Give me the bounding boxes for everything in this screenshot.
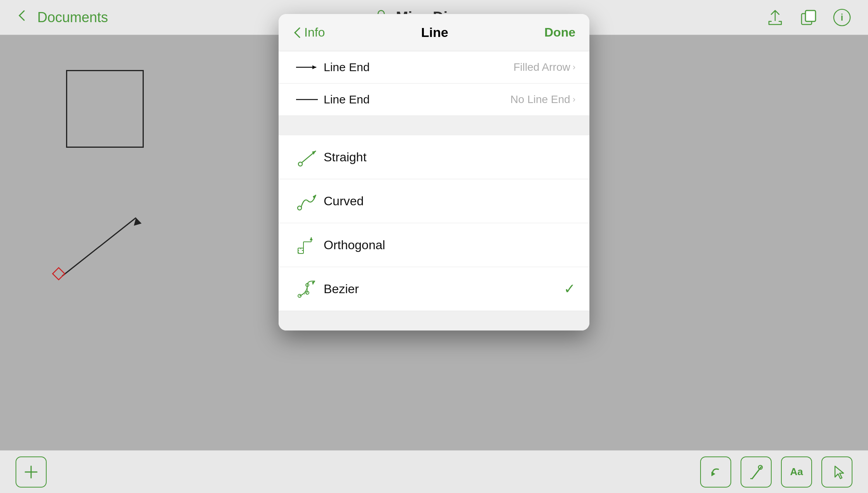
curved-icon — [293, 189, 324, 213]
line-end-none-value: No Line End › — [511, 93, 575, 106]
straight-row[interactable]: Straight — [279, 135, 589, 179]
curved-row[interactable]: Curved — [279, 179, 589, 223]
modal-panel: Info Line Done Line End Filled Arrow › L… — [279, 14, 589, 330]
bezier-icon — [293, 277, 324, 301]
undo-button[interactable] — [700, 456, 731, 488]
pointer-button[interactable] — [821, 456, 852, 488]
info-button[interactable]: i — [831, 7, 852, 28]
orthogonal-icon — [293, 233, 324, 257]
pen-button[interactable] — [741, 456, 772, 488]
svg-rect-8 — [52, 267, 64, 280]
modal-back-button[interactable]: Info — [293, 25, 325, 40]
svg-marker-11 — [711, 472, 715, 476]
plain-line-icon — [293, 94, 324, 105]
bottom-toolbar: Aa — [0, 450, 868, 493]
chevron-right-icon-2: › — [573, 94, 575, 105]
bezier-label: Bezier — [324, 282, 564, 296]
line-end-arrow-value: Filled Arrow › — [513, 61, 575, 73]
add-button[interactable] — [16, 456, 47, 488]
line-end-arrow-label: Line End — [324, 61, 513, 74]
share-button[interactable] — [765, 7, 786, 28]
chevron-right-icon: › — [573, 62, 575, 72]
section-divider — [279, 116, 589, 135]
modal-header: Info Line Done — [279, 14, 589, 51]
bezier-row[interactable]: Bezier ✓ — [279, 267, 589, 311]
line-end-none-label: Line End — [324, 93, 511, 106]
orthogonal-row[interactable]: Orthogonal — [279, 223, 589, 267]
duplicate-button[interactable] — [798, 7, 819, 28]
svg-marker-37 — [312, 281, 315, 285]
svg-point-18 — [298, 162, 302, 166]
documents-back-label[interactable]: Documents — [37, 9, 108, 26]
straight-icon — [293, 145, 324, 169]
curved-label: Curved — [324, 194, 575, 208]
svg-line-6 — [62, 218, 136, 276]
straight-label: Straight — [324, 150, 575, 164]
arrow-line-icon — [293, 62, 324, 73]
bezier-checkmark: ✓ — [564, 281, 575, 297]
line-end-none-row[interactable]: Line End No Line End › — [279, 84, 589, 116]
svg-text:i: i — [841, 12, 843, 22]
svg-marker-7 — [131, 217, 141, 227]
modal-back-label: Info — [304, 25, 325, 40]
svg-marker-31 — [310, 237, 313, 240]
canvas-rectangle — [66, 70, 144, 148]
line-end-arrow-row[interactable]: Line End Filled Arrow › — [279, 51, 589, 84]
text-button[interactable]: Aa — [781, 456, 812, 488]
modal-done-button[interactable]: Done — [544, 25, 575, 40]
orthogonal-label: Orthogonal — [324, 238, 575, 252]
modal-footer — [279, 311, 589, 330]
modal-title: Line — [325, 25, 544, 40]
svg-rect-2 — [805, 10, 816, 21]
canvas-line — [39, 198, 175, 295]
back-icon[interactable] — [16, 9, 30, 26]
text-icon-label: Aa — [790, 466, 803, 478]
svg-marker-16 — [312, 65, 316, 69]
